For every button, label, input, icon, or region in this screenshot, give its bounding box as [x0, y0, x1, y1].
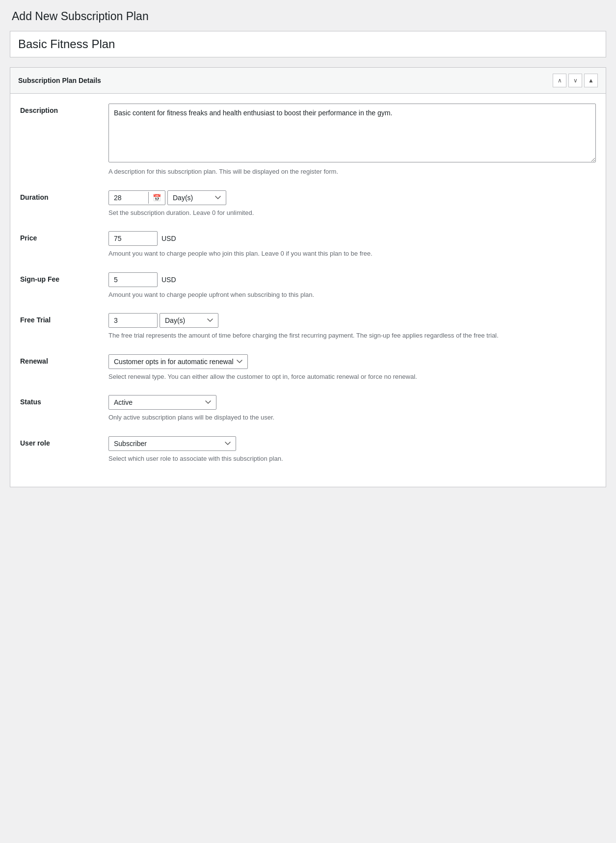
description-textarea[interactable]: Basic content for fitness freaks and hea… [108, 104, 596, 162]
signup-fee-input[interactable] [108, 272, 158, 287]
free-trial-number-input[interactable] [108, 313, 158, 328]
free-trial-label: Free Trial [20, 313, 108, 324]
duration-hint: Set the subscription duration. Leave 0 f… [108, 208, 596, 218]
duration-row: Duration 📅 Day(s) Week(s) Month(s) Year(… [20, 190, 596, 218]
price-input[interactable] [108, 231, 158, 246]
duration-inputs: 📅 Day(s) Week(s) Month(s) Year(s) [108, 190, 596, 205]
price-label: Price [20, 231, 108, 242]
section-body: Description Basic content for fitness fr… [10, 94, 606, 487]
duration-calendar-icon[interactable]: 📅 [148, 192, 165, 204]
status-row: Status Active Inactive Only active subsc… [20, 395, 596, 422]
signup-fee-hint: Amount you want to charge people upfront… [108, 290, 596, 300]
section-header: Subscription Plan Details ∧ ∨ ▲ [10, 68, 606, 94]
renewal-row: Renewal Customer opts in for automatic r… [20, 354, 596, 382]
status-hint: Only active subscription plans will be d… [108, 413, 596, 422]
price-control: USD Amount you want to charge people who… [108, 231, 596, 259]
description-row: Description Basic content for fitness fr… [20, 104, 596, 177]
collapse-button[interactable]: ▲ [584, 74, 598, 87]
section-controls: ∧ ∨ ▲ [553, 74, 598, 87]
subscription-details-card: Subscription Plan Details ∧ ∨ ▲ Descript… [10, 67, 606, 487]
plan-name-input[interactable] [10, 31, 606, 57]
section-title: Subscription Plan Details [18, 77, 101, 84]
renewal-control: Customer opts in for automatic renewal F… [108, 354, 596, 382]
description-control: Basic content for fitness freaks and hea… [108, 104, 596, 177]
price-row: Price USD Amount you want to charge peop… [20, 231, 596, 259]
signup-fee-control: USD Amount you want to charge people upf… [108, 272, 596, 300]
status-label: Status [20, 395, 108, 406]
page-title: Add New Subscription Plan [10, 10, 606, 23]
description-label: Description [20, 104, 108, 114]
duration-label: Duration [20, 190, 108, 201]
user-role-control: Subscriber Customer Administrator Editor… [108, 436, 596, 464]
renewal-select[interactable]: Customer opts in for automatic renewal F… [108, 354, 248, 369]
duration-control: 📅 Day(s) Week(s) Month(s) Year(s) Set th… [108, 190, 596, 218]
signup-fee-currency: USD [161, 276, 176, 284]
collapse-up-button[interactable]: ∧ [553, 74, 566, 87]
status-control: Active Inactive Only active subscription… [108, 395, 596, 422]
description-hint: A description for this subscription plan… [108, 167, 596, 177]
free-trial-unit-select[interactable]: Day(s) Week(s) Month(s) Year(s) [160, 313, 218, 328]
free-trial-inputs: Day(s) Week(s) Month(s) Year(s) [108, 313, 596, 328]
duration-number-wrapper: 📅 [108, 190, 165, 205]
user-role-row: User role Subscriber Customer Administra… [20, 436, 596, 464]
status-select[interactable]: Active Inactive [108, 395, 216, 410]
signup-fee-label: Sign-up Fee [20, 272, 108, 283]
price-hint: Amount you want to charge people who joi… [108, 249, 596, 259]
duration-number-input[interactable] [109, 191, 148, 205]
free-trial-control: Day(s) Week(s) Month(s) Year(s) The free… [108, 313, 596, 341]
free-trial-row: Free Trial Day(s) Week(s) Month(s) Year(… [20, 313, 596, 341]
price-inputs: USD [108, 231, 596, 246]
price-currency: USD [161, 235, 176, 242]
user-role-select[interactable]: Subscriber Customer Administrator Editor… [108, 436, 236, 451]
signup-fee-row: Sign-up Fee USD Amount you want to charg… [20, 272, 596, 300]
user-role-hint: Select which user role to associate with… [108, 454, 596, 464]
signup-fee-inputs: USD [108, 272, 596, 287]
user-role-label: User role [20, 436, 108, 447]
free-trial-hint: The free trial represents the amount of … [108, 331, 596, 341]
renewal-label: Renewal [20, 354, 108, 365]
plan-name-wrapper [10, 31, 606, 57]
duration-unit-select[interactable]: Day(s) Week(s) Month(s) Year(s) [167, 190, 226, 205]
renewal-hint: Select renewal type. You can either allo… [108, 372, 596, 382]
collapse-down-button[interactable]: ∨ [568, 74, 582, 87]
